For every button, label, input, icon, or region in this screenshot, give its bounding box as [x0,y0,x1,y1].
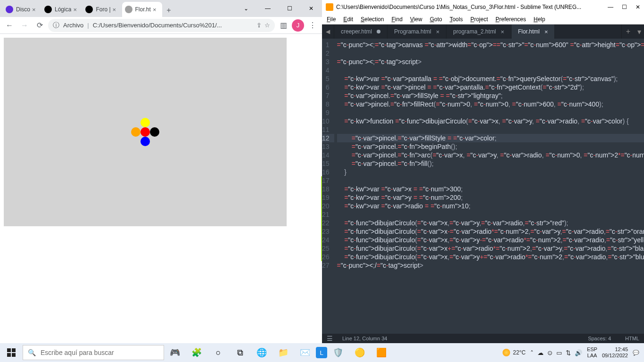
status-position: Line 12, Column 34 [342,336,387,341]
chrome-viewport [0,34,322,343]
site-info-icon[interactable]: ⓘ [53,21,59,30]
sublime-menubar: FileEditSelectionFindViewGotoToolsProjec… [322,14,644,25]
url-text: C:/Users/Bienvenido/Documents/Curso%201/… [93,22,222,29]
tray-chevron-icon[interactable]: ˄ [530,349,534,356]
url-prefix: Archivo [63,22,83,29]
menu-goto[interactable]: Goto [430,16,442,23]
st-maximize-icon[interactable]: ☐ [622,4,627,10]
code-area[interactable]: ="c-punc"><;="c-tag">canvas ="c-attr">wi… [334,39,644,334]
edge-icon[interactable]: 🌐 [251,343,272,362]
menu-file[interactable]: File [327,16,336,23]
browser-tab[interactable]: Foro | × [83,2,122,17]
new-tab-button[interactable]: + [162,4,175,17]
mcafee-icon[interactable]: 🛡️ [327,343,349,362]
menu-selection[interactable]: Selection [361,16,384,23]
sublime-statusbar: ☰ Line 12, Column 34 Spaces: 4 HTML [322,334,644,343]
sublime-logo-icon [326,3,333,11]
new-editor-tab[interactable]: + [621,25,635,39]
menu-help[interactable]: Help [534,16,545,23]
taskbar-apps: 🎮 🧩 ○ ⧉ 🌐 📁 ✉️ L 🛡️ 🟡 🟧 [164,343,392,362]
windows-taskbar: 🔍 Escribe aquí para buscar 🎮 🧩 ○ ⧉ 🌐 📁 ✉… [0,343,644,362]
onedrive-icon[interactable]: ☁ [537,349,544,356]
status-lang[interactable]: HTML [625,336,639,341]
browser-tab[interactable]: Lógica× [41,2,83,17]
close-icon[interactable]: ✕ [300,0,322,17]
side-panel-icon[interactable]: ▥ [277,19,290,32]
app-pinned-1[interactable]: 🎮 [164,343,186,362]
tab-close-icon[interactable]: × [545,28,548,35]
st-minimize-icon[interactable]: — [608,4,613,10]
search-icon: 🔍 [28,349,36,356]
flower-canvas [4,38,287,226]
app-l-icon[interactable]: L [316,347,327,358]
wifi-icon[interactable]: ⇅ [566,349,571,356]
tab-close-icon[interactable]: × [73,6,80,13]
chrome-toolbar: ← → ⟳ ⓘ Archivo | C:/Users/Bienvenido/Do… [0,17,322,34]
chrome-app-icon[interactable]: 🟡 [349,343,371,362]
app-pinned-2[interactable]: 🧩 [186,343,207,362]
reload-button[interactable]: ⟳ [33,19,46,32]
status-menu-icon[interactable]: ☰ [327,335,333,342]
taskbar-search[interactable]: 🔍 Escribe aquí para buscar [23,345,164,360]
meet-now-icon[interactable]: ⊙ [547,349,553,356]
sublime-window: C:\Users\Bienvenido\Documents\Curso 1\Mi… [322,0,644,343]
language-indicator[interactable]: ESPLAA [587,346,597,359]
chrome-chevron-icon[interactable]: ⌄ [235,0,257,17]
bookmark-icon[interactable]: ☆ [264,22,270,29]
chrome-menu-icon[interactable]: ⋮ [306,19,319,32]
browser-tab[interactable]: Disco× [3,2,41,17]
volume-icon[interactable]: 🔊 [575,349,582,356]
start-button[interactable] [0,343,23,362]
menu-project[interactable]: Project [471,16,488,23]
profile-avatar[interactable]: J [292,19,304,32]
battery-icon[interactable]: ▭ [556,349,562,356]
chrome-titlebar: Disco×Lógica×Foro | ×Flor.ht× + ⌄ — ☐ ✕ [0,0,322,17]
clock[interactable]: 12:4509/12/2022 [602,346,628,359]
editor-tab[interactable]: Programa.html× [388,25,446,39]
minimize-icon[interactable]: — [257,0,279,17]
menu-view[interactable]: View [410,16,422,23]
mail-icon[interactable]: ✉️ [294,343,316,362]
share-icon[interactable]: ⇪ [256,22,262,29]
tab-close-icon[interactable]: × [113,6,119,13]
cortana-icon[interactable]: ○ [207,343,229,362]
tab-close-icon[interactable]: × [501,28,504,35]
st-close-icon[interactable]: ✕ [636,4,640,10]
tab-close-icon[interactable]: × [436,28,440,35]
tab-close-icon[interactable]: × [32,6,39,13]
status-spaces[interactable]: Spaces: 4 [588,336,611,341]
task-view-icon[interactable]: ⧉ [229,343,251,362]
address-bar[interactable]: ⓘ Archivo | C:/Users/Bienvenido/Document… [48,19,275,32]
menu-find[interactable]: Find [391,16,402,23]
menu-edit[interactable]: Edit [343,16,353,23]
browser-tab[interactable]: Flor.ht× [122,2,162,17]
weather-widget[interactable]: 22°C [503,349,526,356]
tab-close-icon[interactable]: × [153,6,159,13]
chrome-window-controls: ⌄ — ☐ ✕ [235,0,322,17]
maximize-icon[interactable]: ☐ [279,0,300,17]
editor-tab[interactable]: creeper.html [334,25,388,39]
forward-button[interactable]: → [18,19,31,32]
menu-preferences[interactable]: Preferences [495,16,526,23]
tab-scroll-left-icon[interactable]: ◀ [322,25,334,39]
action-center-icon[interactable]: 💬 [633,350,639,356]
editor-tab[interactable]: Flor.html× [512,25,555,39]
sublime-titlebar: C:\Users\Bienvenido\Documents\Curso 1\Mi… [322,0,644,14]
editor-area: 1234567891011121314151617181920212223242… [322,39,644,334]
sublime-app-icon[interactable]: 🟧 [371,343,392,362]
chrome-window: Disco×Lógica×Foro | ×Flor.ht× + ⌄ — ☐ ✕ … [0,0,322,343]
search-placeholder: Escribe aquí para buscar [41,349,114,356]
explorer-icon[interactable]: 📁 [272,343,294,362]
editor-tab[interactable]: programa_2.html× [446,25,511,39]
sublime-tabbar: ◀ creeper.htmlPrograma.html×programa_2.h… [322,25,644,39]
line-gutter: 1234567891011121314151617181920212223242… [322,39,334,334]
system-tray: 22°C ˄ ☁ ⊙ ▭ ⇅ 🔊 ESPLAA 12:4509/12/2022 … [503,346,644,359]
sublime-title: C:\Users\Bienvenido\Documents\Curso 1\Mi… [336,4,581,10]
back-button[interactable]: ← [3,19,16,32]
menu-tools[interactable]: Tools [450,16,463,23]
tab-dropdown-icon[interactable]: ▾ [635,25,644,39]
